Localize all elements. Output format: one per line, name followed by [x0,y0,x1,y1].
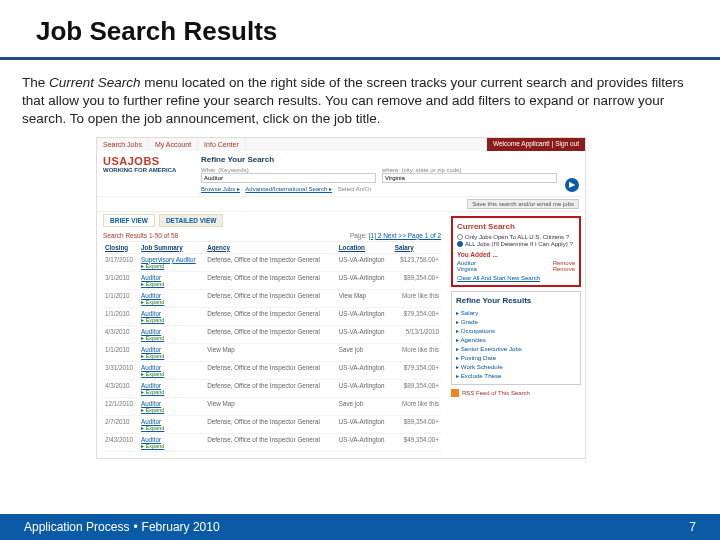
advanced-search-link[interactable]: Advanced/International Search ▸ [245,186,332,192]
job-title-link[interactable]: AuditorExpand [139,271,205,289]
cell-location: US-VA-Arlington [337,415,393,433]
table-row: 4/3/2010 AuditorExpand Defense, Office o… [103,325,441,343]
refine-option[interactable]: Salary [456,308,576,317]
slide-footer: Application Process•February 2010 7 [0,514,720,540]
detailed-view-tab[interactable]: DETAILED VIEW [159,214,223,227]
expand-link[interactable]: Expand [141,263,203,269]
cell-agency: Defense, Office of the Inspector General [205,253,337,271]
app-topbar: Search Jobs My Account Info Center Welco… [97,138,585,151]
cell-agency: Defense, Office of the Inspector General [205,289,337,307]
cell-agency: View Map [205,343,337,361]
cell-salary: $89,354.00+ [393,379,441,397]
job-title-link[interactable]: AuditorExpand [139,361,205,379]
refine-results-heading: Refine Your Results [456,296,576,305]
expand-link[interactable]: Expand [141,389,203,395]
where-field: where: (city, state or zip code) [382,166,557,183]
table-row: 12/1/2010 AuditorExpand View Map Save jo… [103,397,441,415]
cell-date: 3/17/2010 [103,253,139,271]
expand-link[interactable]: Expand [141,425,203,431]
job-title-link[interactable]: AuditorExpand [139,325,205,343]
logo-line2: WORKING FOR AMERICA [103,167,193,173]
welcome-bar[interactable]: Welcome Applicant! | Sign out [487,138,585,151]
table-row: 1/1/2010 AuditorExpand Defense, Office o… [103,307,441,325]
table-row: 2/7/2010 AuditorExpand Defense, Office o… [103,415,441,433]
col-salary[interactable]: Salary [393,242,441,254]
cell-agency: Defense, Office of the Inspector General [205,415,337,433]
job-title-link[interactable]: AuditorExpand [139,433,205,451]
rss-link[interactable]: RSS Feed of This Search [451,389,581,397]
search-go-button[interactable]: ▶ [565,178,579,192]
cell-location: US-VA-Arlington [337,361,393,379]
table-row: 1/1/2010 AuditorExpand Defense, Office o… [103,289,441,307]
cell-location: US-VA-Arlington [337,271,393,289]
refine-option[interactable]: Senior Executive Jobs [456,344,576,353]
clear-all-link[interactable]: Clear All And Start New Search [457,275,575,281]
remove-filter-link[interactable]: Remove [553,266,575,272]
cell-date: 4/3/2010 [103,379,139,397]
logo-line1: USAJOBS [103,155,193,167]
cell-agency: Defense, Office of the Inspector General [205,325,337,343]
pagination[interactable]: Page: [1] 2 Next >> Page 1 of 2 [350,232,441,239]
results-count: Search Results 1-50 of 58 [103,232,178,239]
col-agency[interactable]: Agency [205,242,337,254]
cell-agency: Defense, Office of the Inspector General [205,361,337,379]
refine-results-box: Refine Your Results SalaryGradeOccupatio… [451,291,581,385]
cell-salary: $79,354.00+ [393,307,441,325]
col-location[interactable]: Location [337,242,393,254]
current-search-box: Current Search Only Jobs Open To ALL U.S… [451,216,581,287]
refine-option[interactable]: Work Schedule [456,362,576,371]
tab-info-center[interactable]: Info Center [198,138,246,151]
table-row: 4/3/2010 AuditorExpand Defense, Office o… [103,379,441,397]
expand-link[interactable]: Expand [141,443,203,449]
job-title-link[interactable]: AuditorExpand [139,415,205,433]
brief-view-tab[interactable]: BRIEF VIEW [103,214,155,227]
cell-agency: Defense, Office of the Inspector General [205,307,337,325]
tab-search-jobs[interactable]: Search Jobs [97,138,149,151]
cell-date: 1/1/2010 [103,307,139,325]
job-title-link[interactable]: Supervisory AuditorExpand [139,253,205,271]
job-title-link[interactable]: AuditorExpand [139,289,205,307]
cell-salary: $123,758.00+ [393,253,441,271]
cell-salary: More like this [393,289,441,307]
rss-icon [451,389,459,397]
slide-title: Job Search Results [0,0,720,51]
expand-link[interactable]: Expand [141,371,203,377]
cell-location: US-VA-Arlington [337,325,393,343]
expand-link[interactable]: Expand [141,299,203,305]
cell-date: 3/1/2010 [103,271,139,289]
expand-link[interactable]: Expand [141,281,203,287]
job-title-link[interactable]: AuditorExpand [139,379,205,397]
refine-option[interactable]: Occupations [456,326,576,335]
job-title-link[interactable]: AuditorExpand [139,397,205,415]
header-row: USAJOBS WORKING FOR AMERICA Refine Your … [97,151,585,197]
expand-link[interactable]: Expand [141,317,203,323]
col-closing[interactable]: Closing [103,242,139,254]
cell-location: US-VA-Arlington [337,379,393,397]
refine-option[interactable]: Exclude These [456,371,576,380]
what-input[interactable] [201,173,376,183]
tab-my-account[interactable]: My Account [149,138,198,151]
col-summary[interactable]: Job Summary [139,242,205,254]
footer-left: Application Process•February 2010 [24,520,220,534]
job-title-link[interactable]: AuditorExpand [139,343,205,361]
embedded-screenshot: Search Jobs My Account Info Center Welco… [96,137,586,459]
radio-us-citizens[interactable]: Only Jobs Open To ALL U.S. Citizens? [457,234,575,240]
job-title-link[interactable]: AuditorExpand [139,307,205,325]
expand-link[interactable]: Expand [141,353,203,359]
cell-date: 4/3/2010 [103,325,139,343]
cell-date: 2/43/2010 [103,433,139,451]
refine-label: Refine Your Search [201,155,557,164]
expand-link[interactable]: Expand [141,335,203,341]
table-row: 3/17/2010 Supervisory AuditorExpand Defe… [103,253,441,271]
cell-salary: 5/13/1/2010 [393,325,441,343]
save-search-button[interactable]: Save this search and/or email me jobs [467,199,579,209]
browse-jobs-link[interactable]: Browse Jobs ▸ [201,186,240,192]
refine-option[interactable]: Agencies [456,335,576,344]
refine-option[interactable]: Grade [456,317,576,326]
expand-link[interactable]: Expand [141,407,203,413]
table-row: 3/31/2010 AuditorExpand Defense, Office … [103,361,441,379]
cell-salary: $49,354.00+ [393,433,441,451]
where-input[interactable] [382,173,557,183]
refine-option[interactable]: Posting Date [456,353,576,362]
radio-all-jobs[interactable]: ALL Jobs (I'll Determine If I Can Apply)… [457,241,575,247]
